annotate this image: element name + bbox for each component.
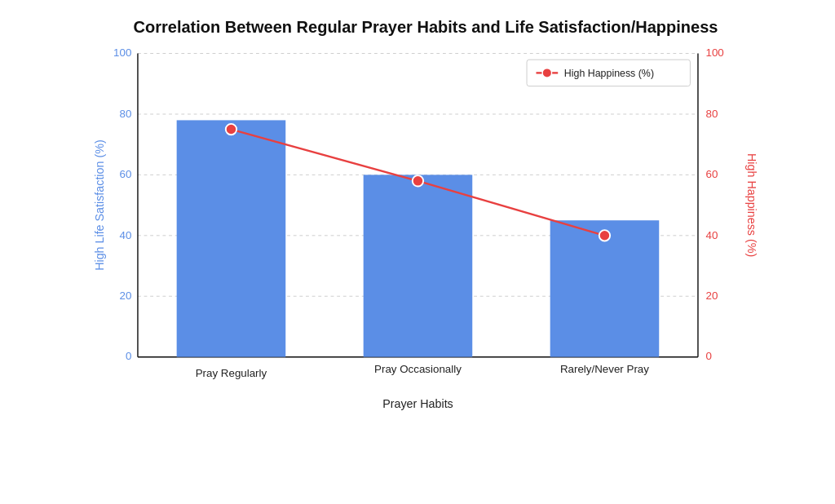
line-dot-2: [413, 175, 423, 186]
x-label-rarely-pray-1: Rarely/Never Pray: [560, 363, 649, 375]
y-left-tick-80: 80: [119, 108, 131, 120]
chart-svg: 0 20 40 60 80 100 0 20 40 60 80 100: [65, 46, 786, 419]
x-label-pray-occasionally-1: Pray Occasionally: [374, 363, 462, 375]
y-right-tick-20: 20: [705, 290, 718, 302]
y-left-tick-0: 0: [126, 350, 131, 362]
y-right-tick-100: 100: [705, 46, 723, 59]
y-right-tick-80: 80: [705, 108, 718, 120]
y-left-tick-20: 20: [119, 290, 131, 302]
y-right-tick-0: 0: [705, 350, 711, 362]
y-left-tick-40: 40: [119, 229, 131, 241]
y-left-axis-title: High Life Satisfaction (%): [93, 139, 106, 271]
chart-title: Correlation Between Regular Prayer Habit…: [65, 16, 786, 38]
y-left-tick-100: 100: [113, 46, 131, 59]
y-right-axis-title: High Happiness (%): [745, 153, 758, 257]
y-right-tick-40: 40: [705, 229, 718, 241]
bar-pray-regularly: [177, 120, 286, 356]
x-axis-title: Prayer Habits: [382, 397, 453, 410]
y-left-tick-60: 60: [119, 168, 131, 180]
chart-area: 0 20 40 60 80 100 0 20 40 60 80 100: [65, 46, 786, 419]
bar-pray-occasionally: [364, 175, 473, 356]
legend-dot: [542, 69, 551, 77]
line-dot-3: [599, 230, 610, 241]
chart-container: Correlation Between Regular Prayer Habit…: [0, 0, 835, 504]
x-label-pray-regularly: Pray Regularly: [196, 367, 267, 379]
y-right-tick-60: 60: [705, 168, 718, 180]
line-dot-1: [226, 124, 236, 135]
legend-label: High Happiness (%): [564, 68, 654, 79]
